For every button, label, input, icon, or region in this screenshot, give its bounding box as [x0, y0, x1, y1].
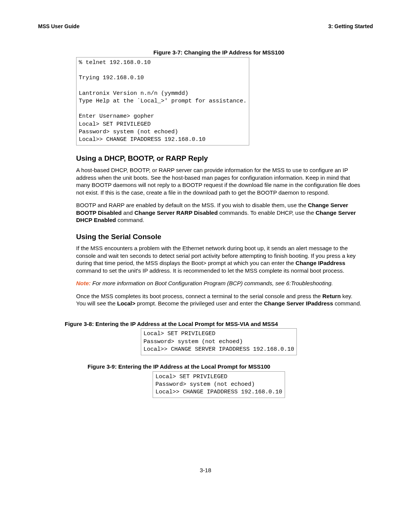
figure-3-8-codewrap: Local> SET PRIVILEGED Password> system (… [76, 328, 362, 355]
figure-3-8-code: Local> SET PRIVILEGED Password> system (… [141, 328, 297, 355]
section-dhcp-heading: Using a DHCP, BOOTP, or RARP Reply [76, 154, 362, 163]
serial-note: Note: For more information on Boot Confi… [76, 280, 362, 287]
page-number: 3-18 [38, 466, 373, 474]
figure-3-7-code: % telnet 192.168.0.10 Trying 192.168.0.1… [76, 57, 249, 146]
figure-3-8-title: Figure 3-8: Entering the IP Address at t… [65, 320, 362, 328]
text: BOOTP and RARP are enabled by default on… [76, 202, 308, 208]
command-rarp-disabled: Change Server RARP Disabled [134, 209, 218, 216]
figure-3-9-code: Local> SET PRIVILEGED Password> system (… [153, 371, 285, 398]
dhcp-paragraph-2: BOOTP and RARP are enabled by default on… [76, 201, 362, 224]
key-return: Return [322, 293, 341, 299]
command-change-ipaddress: Change IPaddress [296, 260, 346, 266]
header-right: 3: Getting Started [328, 23, 373, 30]
text: Once the MSS completes its boot process,… [76, 293, 322, 299]
text: command. [116, 217, 144, 223]
command-change-server-ipaddress: Change Server IPaddress [264, 300, 333, 307]
text: commands. To enable DHCP, use the [218, 209, 315, 216]
text: command. [333, 300, 361, 307]
page-header: MSS User Guide 3: Getting Started [38, 23, 373, 30]
text: and [122, 209, 134, 216]
note-text: For more information on Boot Configurati… [91, 280, 333, 286]
figure-3-7-title: Figure 3-7: Changing the IP Address for … [76, 49, 362, 56]
serial-paragraph-1: If the MSS encounters a problem with the… [76, 244, 362, 274]
text: prompt. Become the privileged user and e… [135, 300, 264, 307]
figure-3-9-codewrap: Local> SET PRIVILEGED Password> system (… [76, 371, 362, 398]
section-serial-heading: Using the Serial Console [76, 232, 362, 242]
prompt-local: Local> [117, 300, 135, 307]
figure-3-7-codewrap: % telnet 192.168.0.10 Trying 192.168.0.1… [76, 57, 362, 146]
text: command to set the unit's IP address. It… [76, 267, 344, 274]
figure-3-9-title: Figure 3-9: Entering the IP Address at t… [88, 363, 362, 371]
note-label: Note: [76, 280, 91, 286]
serial-paragraph-3: Once the MSS completes its boot process,… [76, 292, 362, 307]
header-left: MSS User Guide [38, 23, 80, 30]
page-content: Figure 3-7: Changing the IP Address for … [76, 49, 362, 398]
dhcp-paragraph-1: A host-based DHCP, BOOTP, or RARP server… [76, 166, 362, 196]
